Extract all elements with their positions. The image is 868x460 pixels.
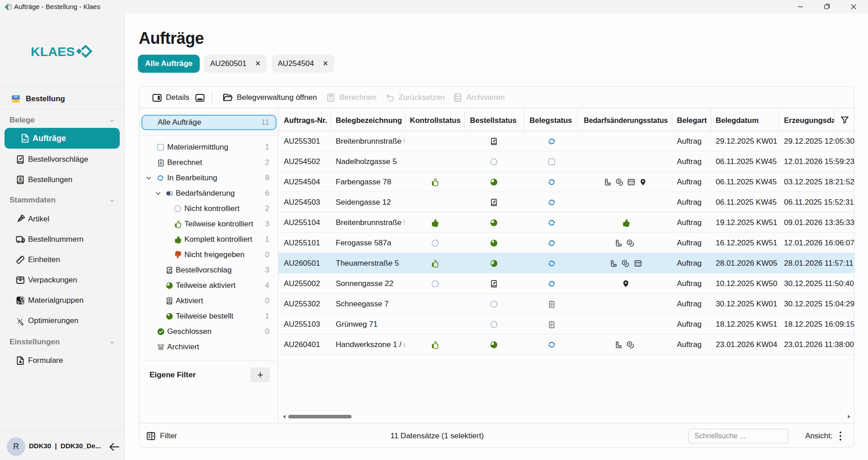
svg-text:KLAES: KLAES	[31, 45, 75, 58]
